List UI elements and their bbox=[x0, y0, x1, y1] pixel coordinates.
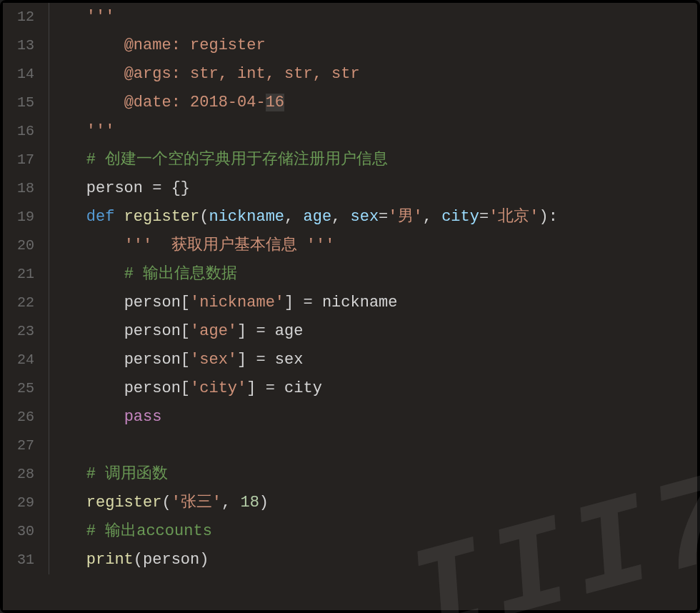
code-text: person[ bbox=[124, 322, 190, 340]
line-number: 26 bbox=[3, 403, 34, 432]
comment: # 调用函数 bbox=[86, 465, 168, 483]
line-number: 14 bbox=[3, 60, 34, 89]
line-number: 20 bbox=[3, 231, 34, 260]
line-number: 18 bbox=[3, 174, 34, 203]
code-line-31[interactable]: print(person) bbox=[49, 546, 697, 574]
code-text: ] = nickname bbox=[284, 294, 397, 312]
code-text: person[ bbox=[124, 294, 190, 312]
line-number: 30 bbox=[3, 517, 34, 546]
code-line-16[interactable]: ''' bbox=[49, 117, 697, 146]
string-literal: '张三' bbox=[171, 494, 221, 512]
comment: # 输出accounts bbox=[86, 522, 212, 540]
doc-value: : str, int, str, str bbox=[171, 65, 360, 83]
line-number: 17 bbox=[3, 146, 34, 174]
code-editor[interactable]: 12 13 14 15 16 17 18 19 20 21 22 23 24 2… bbox=[0, 0, 700, 613]
code-line-27[interactable] bbox=[49, 432, 697, 460]
line-number: 13 bbox=[3, 31, 34, 60]
string-literal: 'city' bbox=[190, 379, 246, 397]
param: city bbox=[441, 208, 479, 226]
code-line-18[interactable]: person = {} bbox=[49, 174, 697, 203]
doc-value: : register bbox=[171, 36, 266, 54]
docstring-open: ''' bbox=[86, 8, 115, 26]
line-number: 15 bbox=[3, 89, 34, 117]
code-text: person[ bbox=[124, 379, 190, 397]
doc-tag-args: @args bbox=[124, 65, 171, 83]
paren: ( bbox=[161, 494, 171, 512]
docstring-text: 获取用户基本信息 bbox=[152, 236, 306, 254]
code-text: person[ bbox=[124, 351, 190, 369]
keyword-pass: pass bbox=[124, 408, 162, 426]
code-line-30[interactable]: # 输出accounts bbox=[49, 517, 697, 546]
line-number: 21 bbox=[3, 260, 34, 289]
string-literal: '北京' bbox=[489, 208, 539, 226]
line-number: 23 bbox=[3, 317, 34, 346]
code-text: ] = city bbox=[246, 379, 322, 397]
paren-close: ): bbox=[539, 208, 558, 226]
doc-tag-date: @date bbox=[124, 94, 171, 111]
string-literal: '男' bbox=[388, 208, 422, 226]
code-line-17[interactable]: # 创建一个空的字典用于存储注册用户信息 bbox=[49, 146, 697, 174]
line-number: 25 bbox=[3, 374, 34, 403]
comment: # 输出信息数据 bbox=[124, 265, 237, 283]
line-number: 22 bbox=[3, 289, 34, 317]
param: age bbox=[303, 208, 331, 226]
number-literal: 18 bbox=[240, 494, 259, 512]
paren-close: ) bbox=[259, 494, 269, 512]
string-literal: 'age' bbox=[190, 322, 237, 340]
code-line-15[interactable]: @date: 2018-04-16 bbox=[49, 89, 697, 117]
code-content[interactable]: ''' @name: register @args: str, int, str… bbox=[43, 3, 697, 610]
comma: , bbox=[331, 208, 350, 226]
comment: # 创建一个空的字典用于存储注册用户信息 bbox=[86, 151, 388, 169]
code-line-13[interactable]: @name: register bbox=[49, 31, 697, 60]
docstring-quote: ''' bbox=[306, 236, 335, 254]
selection-highlight: 16 bbox=[266, 94, 284, 111]
function-call: register bbox=[86, 494, 162, 512]
code-line-22[interactable]: person['nickname'] = nickname bbox=[49, 289, 697, 317]
comma: , bbox=[284, 208, 303, 226]
code-line-25[interactable]: person['city'] = city bbox=[49, 374, 697, 403]
code-text: (person) bbox=[134, 551, 209, 569]
line-number: 19 bbox=[3, 203, 34, 231]
equals: = bbox=[479, 208, 489, 226]
doc-value: : 2018-04- bbox=[171, 94, 266, 111]
param: sex bbox=[351, 208, 379, 226]
function-name: register bbox=[114, 208, 199, 226]
keyword-def: def bbox=[86, 208, 115, 226]
param: nickname bbox=[209, 208, 284, 226]
paren: ( bbox=[199, 208, 209, 226]
code-line-23[interactable]: person['age'] = age bbox=[49, 317, 697, 346]
docstring-quote: ''' bbox=[124, 236, 153, 254]
comma: , bbox=[423, 208, 441, 226]
code-line-21[interactable]: # 输出信息数据 bbox=[49, 260, 697, 289]
code-line-14[interactable]: @args: str, int, str, str bbox=[49, 60, 697, 89]
code-line-12[interactable]: ''' bbox=[49, 3, 697, 31]
line-number: 29 bbox=[3, 489, 34, 517]
code-line-20[interactable]: ''' 获取用户基本信息 ''' bbox=[49, 231, 697, 260]
line-number: 12 bbox=[3, 3, 34, 31]
line-number: 24 bbox=[3, 346, 34, 374]
code-line-19[interactable]: def register(nickname, age, sex='男', cit… bbox=[49, 203, 697, 231]
doc-tag-name: @name bbox=[124, 36, 171, 54]
line-number: 16 bbox=[3, 117, 34, 146]
code-text: ] = age bbox=[237, 322, 303, 340]
equals: = bbox=[379, 208, 388, 226]
code-text: ] = sex bbox=[237, 351, 303, 369]
code-text: person = {} bbox=[86, 179, 190, 197]
code-line-24[interactable]: person['sex'] = sex bbox=[49, 346, 697, 374]
line-number: 28 bbox=[3, 460, 34, 489]
line-number: 31 bbox=[3, 546, 34, 574]
code-line-28[interactable]: # 调用函数 bbox=[49, 460, 697, 489]
line-number: 27 bbox=[3, 432, 34, 460]
builtin-print: print bbox=[86, 551, 134, 569]
code-line-26[interactable]: pass bbox=[49, 403, 697, 432]
comma: , bbox=[221, 494, 240, 512]
string-literal: 'nickname' bbox=[190, 294, 284, 312]
line-number-gutter: 12 13 14 15 16 17 18 19 20 21 22 23 24 2… bbox=[3, 3, 43, 610]
code-line-29[interactable]: register('张三', 18) bbox=[49, 489, 697, 517]
docstring-close: ''' bbox=[86, 122, 115, 140]
string-literal: 'sex' bbox=[190, 351, 237, 369]
